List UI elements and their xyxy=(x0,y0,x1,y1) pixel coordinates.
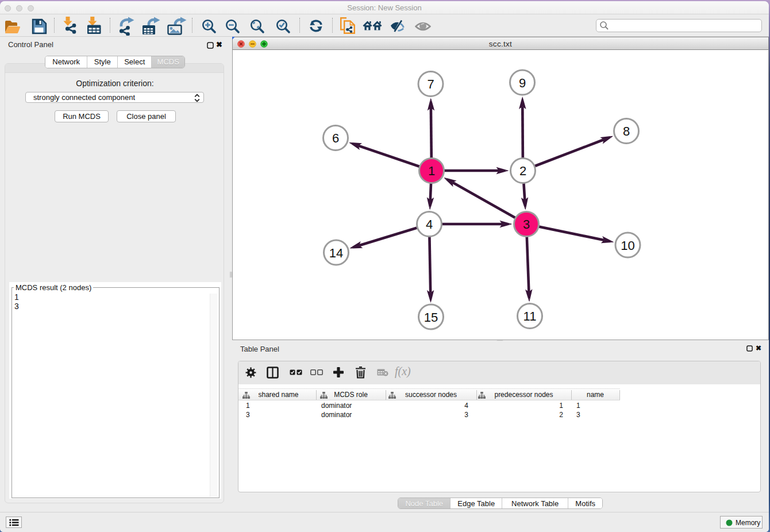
svg-text:15: 15 xyxy=(424,310,438,325)
svg-text:10: 10 xyxy=(621,238,634,253)
svg-text:11: 11 xyxy=(523,309,537,323)
svg-text:7: 7 xyxy=(427,77,434,91)
svg-text:1: 1 xyxy=(428,164,435,178)
svg-text:14: 14 xyxy=(329,246,343,260)
svg-text:8: 8 xyxy=(623,124,630,138)
svg-text:6: 6 xyxy=(332,131,339,145)
svg-text:9: 9 xyxy=(519,76,526,90)
svg-text:2: 2 xyxy=(519,164,526,178)
svg-text:4: 4 xyxy=(426,217,433,232)
svg-text:3: 3 xyxy=(523,217,530,232)
